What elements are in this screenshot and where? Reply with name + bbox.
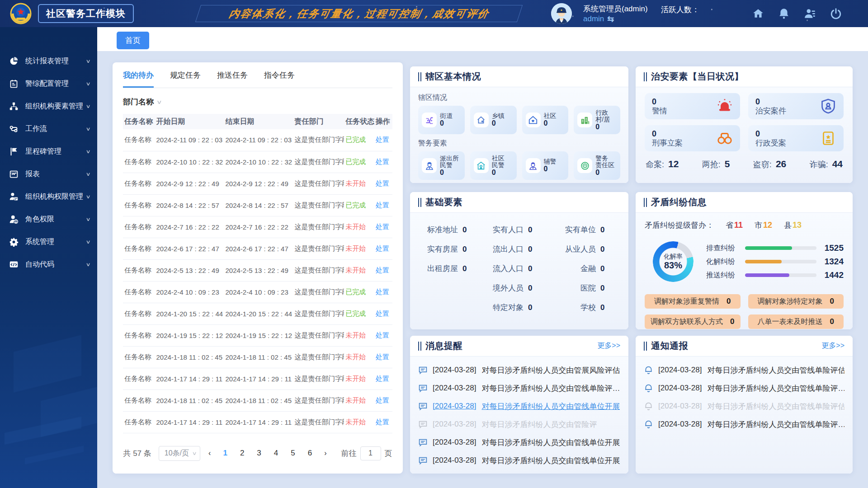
sidebar-item-org-permission[interactable]: 组织机构权限管理 ∨ bbox=[0, 185, 97, 208]
message-item[interactable]: [2024-03-28] 对每日涉矛盾纠纷人员交由管线单位开展风 bbox=[418, 433, 620, 451]
page-3[interactable]: 3 bbox=[253, 449, 265, 458]
page-4[interactable]: 4 bbox=[270, 449, 282, 458]
handle-link[interactable]: 处置 bbox=[376, 375, 389, 382]
home-tab-button[interactable]: 首页 bbox=[117, 32, 149, 49]
notice-item[interactable]: [2024-03-28] 对每日涉矛盾纠纷人员交由管线单险评估 bbox=[644, 397, 844, 415]
tile-auxiliary-officer[interactable]: 辅警0 bbox=[522, 151, 569, 180]
handle-link[interactable]: 处置 bbox=[376, 244, 389, 252]
cell-task-name: 任务名称 bbox=[123, 194, 155, 216]
status-badge: 未开始 bbox=[345, 331, 366, 339]
notice-item[interactable]: [2024-03-28] 对每日涉矛盾纠纷人员交由管线单险评…… bbox=[644, 415, 844, 433]
handle-link[interactable]: 处置 bbox=[376, 288, 389, 296]
dispute-tag-button[interactable]: 调解对象涉重复警情0 bbox=[645, 294, 741, 309]
handle-link[interactable]: 处置 bbox=[376, 201, 389, 209]
sidebar-item-report[interactable]: 报表 ∨ bbox=[0, 163, 97, 185]
sidebar-item-auto-code[interactable]: 自动代码 ∨ bbox=[0, 253, 97, 276]
cell-task-name: 任务名称 bbox=[123, 411, 155, 433]
cell-end-date: 2024-1-18 11 : 02 : 45 bbox=[224, 389, 293, 411]
district-panel: 辖区基本情况 辖区情况 街道0 乡镇0 社区0 bbox=[410, 66, 628, 183]
message-item[interactable]: [2024-03-28] 对每日涉矛盾纠纷人员交由管展风险评估 bbox=[418, 361, 620, 379]
message-item[interactable]: [2024-03-28] 对每日涉矛盾纠纷人员交由管线单位开展风 bbox=[418, 451, 620, 469]
tile-village[interactable]: 行政 村/居0 bbox=[574, 106, 620, 134]
tab-pushed-tasks[interactable]: 推送任务 bbox=[217, 70, 248, 88]
status-badge: 已完成 bbox=[345, 136, 366, 143]
cell-dept: 这是责任部门字段 bbox=[293, 216, 344, 238]
handle-link[interactable]: 处置 bbox=[376, 310, 389, 317]
sidebar-item-workflow[interactable]: 工作流 ∨ bbox=[0, 117, 97, 140]
cell-task-name: 任务名称 bbox=[123, 173, 155, 194]
tile-administrative-cases[interactable]: 0行政受案 bbox=[748, 125, 844, 151]
stat-homicide: 命案:12 bbox=[646, 159, 679, 170]
right-column: 治安要素【当日状况】 0警情 0治安案件 0刑事立案 bbox=[636, 66, 853, 474]
table-row: 任务名称 2024-2-8 14 : 22 : 57 2024-2-8 14 :… bbox=[123, 194, 392, 216]
goto-page-input[interactable] bbox=[360, 446, 381, 460]
tile-community[interactable]: 社区0 bbox=[522, 106, 569, 134]
tile-station-officer[interactable]: 派出所 民警0 bbox=[418, 151, 465, 180]
power-icon[interactable] bbox=[830, 8, 842, 19]
sidebar-item-role-permission[interactable]: 角色权限 ∨ bbox=[0, 208, 97, 230]
page-5[interactable]: 5 bbox=[287, 449, 299, 458]
tab-my-todo[interactable]: 我的待办 bbox=[123, 70, 154, 88]
dispute-tag-button[interactable]: 调解双方缺联系人方式0 bbox=[645, 314, 741, 329]
page-1[interactable]: 1 bbox=[219, 449, 231, 458]
tab-command-tasks[interactable]: 指令任务 bbox=[264, 70, 295, 88]
handle-link[interactable]: 处置 bbox=[376, 331, 389, 339]
tile-criminal-cases[interactable]: 0刑事立案 bbox=[645, 125, 740, 151]
message-item[interactable]: [2024-03-28] 对每日涉矛盾纠纷人员交由管线单位开展 bbox=[418, 397, 620, 415]
role-permission-icon bbox=[9, 215, 19, 224]
status-badge: 未开始 bbox=[345, 223, 366, 230]
town-house-icon bbox=[474, 113, 489, 127]
handle-link[interactable]: 处置 bbox=[376, 418, 389, 426]
cell-end-date: 2024-2-5 13 : 22 : 49 bbox=[224, 259, 293, 281]
message-item[interactable]: [2024-03-28] 对每日涉矛盾纠纷人员交由管线单险评…… bbox=[418, 379, 620, 397]
next-page-button[interactable]: › bbox=[321, 449, 330, 457]
notice-item[interactable]: [2024-03-28] 对每日涉矛盾纠纷人员交由管线单险评估 bbox=[644, 361, 844, 379]
cell-start-date: 2024-2-11 09 : 22 : 03 bbox=[155, 129, 224, 151]
tile-duty-zone[interactable]: 警务 责任区0 bbox=[574, 151, 620, 180]
prev-page-button[interactable]: ‹ bbox=[205, 449, 214, 457]
users-icon[interactable] bbox=[804, 8, 816, 19]
sidebar-item-milestone[interactable]: 里程碑管理 ∨ bbox=[0, 140, 97, 163]
page-6[interactable]: 6 bbox=[304, 449, 316, 458]
sidebar-item-police-config[interactable]: 警综配置管理 ∨ bbox=[0, 72, 97, 95]
more-link[interactable]: 更多>> bbox=[821, 341, 844, 351]
dispute-tag-button[interactable]: 八单一表未及时推送0 bbox=[748, 314, 844, 329]
handle-link[interactable]: 处置 bbox=[376, 136, 389, 143]
tile-town[interactable]: 乡镇0 bbox=[470, 106, 517, 134]
duty-zone-icon bbox=[577, 158, 592, 173]
table-row: 任务名称 2024-2-6 17 : 22 : 47 2024-2-6 17 :… bbox=[123, 238, 392, 259]
sidebar-item-system[interactable]: 系统管理 ∨ bbox=[0, 230, 97, 253]
tab-required-tasks[interactable]: 规定任务 bbox=[170, 70, 201, 88]
dispute-tag-button[interactable]: 调解对象涉特定对象0 bbox=[748, 294, 844, 309]
notification-bell-icon[interactable] bbox=[778, 8, 790, 19]
sidebar-item-statistics-report[interactable]: 统计报表管理 ∨ bbox=[0, 50, 97, 72]
tile-street[interactable]: 街道0 bbox=[418, 106, 465, 134]
handle-link[interactable]: 处置 bbox=[376, 396, 389, 404]
cell-task-name: 任务名称 bbox=[123, 324, 155, 346]
handle-link[interactable]: 处置 bbox=[376, 353, 389, 361]
sidebar-item-org-elements[interactable]: 组织机构要素管理 ∨ bbox=[0, 95, 97, 117]
home-icon[interactable] bbox=[752, 8, 764, 19]
user-avatar[interactable] bbox=[551, 3, 572, 24]
chat-bubble-icon bbox=[418, 438, 428, 447]
handle-link[interactable]: 处置 bbox=[376, 158, 389, 165]
tile-alerts[interactable]: 0警情 bbox=[645, 93, 740, 119]
role-name: 系统管理员(admin) bbox=[583, 4, 648, 14]
cell-task-name: 任务名称 bbox=[123, 303, 155, 324]
more-link[interactable]: 更多>> bbox=[597, 341, 620, 351]
handle-link[interactable]: 处置 bbox=[376, 223, 389, 230]
department-filter-label[interactable]: 部门名称 bbox=[123, 97, 154, 107]
tile-public-security-cases[interactable]: 0治安案件 bbox=[748, 93, 844, 119]
user-name[interactable]: admin⇆ bbox=[583, 14, 614, 24]
handle-link[interactable]: 处置 bbox=[376, 179, 389, 187]
page-2[interactable]: 2 bbox=[236, 449, 248, 458]
handle-link[interactable]: 处置 bbox=[376, 266, 389, 274]
cell-dept: 这是责任部门字段 bbox=[293, 281, 344, 303]
bell-icon bbox=[644, 420, 653, 429]
notice-item[interactable]: [2024-03-28] 对每日涉矛盾纠纷人员交由管线单险评…… bbox=[644, 379, 844, 397]
tile-community-officer[interactable]: 社区 民警0 bbox=[470, 151, 517, 180]
page-size-select[interactable]: 10条/页∨ bbox=[159, 446, 200, 461]
message-item[interactable]: [2024-03-28] 对每日涉矛盾纠纷人员交由管险评 bbox=[418, 415, 620, 433]
goto-label: 前往 bbox=[341, 448, 357, 459]
switch-user-icon[interactable]: ⇆ bbox=[607, 14, 614, 24]
